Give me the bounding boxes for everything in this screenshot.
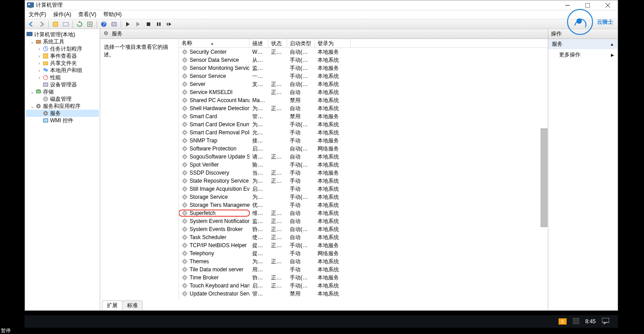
svg-point-55: [184, 124, 186, 125]
taskbar[interactable]: S 8:45: [25, 315, 618, 328]
tree-group[interactable]: ⌄服务和应用程序: [26, 103, 99, 110]
tree-item[interactable]: ›共享文件夹: [26, 60, 99, 67]
col-name[interactable]: 名称▲: [179, 39, 250, 47]
tree-item[interactable]: 服务: [26, 110, 99, 117]
clock[interactable]: 8:45: [585, 318, 596, 325]
footer-status: 暂停: [1, 327, 11, 334]
service-row[interactable]: Storage Service为存...手动(触发...本地系统: [179, 193, 548, 201]
service-row[interactable]: Security CenterWSC...正在...自动(延迟...本地服务: [179, 48, 548, 56]
svg-rect-25: [43, 83, 48, 86]
action-center[interactable]: [602, 318, 609, 325]
service-row[interactable]: Still Image Acquisition Events启动...手动本地系…: [179, 185, 548, 193]
help-button[interactable]: ?: [99, 20, 108, 28]
col-logon[interactable]: 登录为: [315, 39, 351, 47]
tree-item[interactable]: ›事件查看器: [26, 52, 99, 60]
back-button[interactable]: [27, 20, 36, 28]
service-row[interactable]: Time Broker协调...正在...手动(触发...本地服务: [179, 274, 548, 282]
tree-root[interactable]: 计算机管理(本地): [34, 31, 75, 39]
menu-file[interactable]: 文件(F): [29, 11, 46, 18]
svg-point-45: [184, 83, 186, 85]
menu-help[interactable]: 帮助(H): [103, 11, 122, 18]
service-row[interactable]: Tile Data model server用于...手动本地系统: [179, 265, 548, 274]
svg-point-85: [184, 244, 186, 246]
navigation-tree[interactable]: 计算机管理(本地) ⌄系统工具›任务计划程序›事件查看器›共享文件夹›本地用户和…: [25, 29, 100, 310]
service-row[interactable]: Software Protection启用 ...自动(延迟...网络服务: [179, 145, 548, 153]
tree-group[interactable]: ⌄系统工具: [26, 38, 99, 45]
service-row[interactable]: Smart Card Device Enumer...为给...手动(触发...…: [179, 120, 548, 128]
service-row[interactable]: Smart Card Removal Policy允许...手动本地系统: [179, 128, 548, 137]
tree-group[interactable]: ⌄存储: [26, 88, 99, 95]
play-button[interactable]: [123, 20, 132, 28]
service-row[interactable]: System Events Broker协调...正在...自动(触发...本地…: [179, 225, 548, 233]
service-row[interactable]: Update Orchestrator Service管理 ...禁用本地系统: [179, 290, 548, 298]
chevron-right-icon: ▶: [611, 53, 614, 57]
service-row[interactable]: Sensor Service一项...手动(触发...本地系统: [179, 72, 548, 80]
service-row[interactable]: Touch Keyboard and Hand...启用...正在...手动(触…: [179, 282, 548, 290]
service-row[interactable]: SSDP Discovery当发...正在...手动本地服务: [179, 169, 548, 177]
forward-button[interactable]: [37, 20, 46, 28]
svg-text:?: ?: [102, 21, 106, 27]
svg-point-91: [184, 269, 186, 270]
export-button[interactable]: [85, 20, 94, 28]
service-row[interactable]: System Event Notification S...监视...正在...…: [179, 217, 548, 225]
restart-button[interactable]: [165, 20, 174, 28]
service-row[interactable]: Task Scheduler使用...正在...自动本地系统: [179, 233, 548, 241]
col-startup[interactable]: 启动类型: [287, 39, 315, 47]
service-row[interactable]: Storage Tiers Management优化...手动本地系统: [179, 201, 548, 209]
collapse-icon[interactable]: ▲: [610, 42, 614, 47]
tb-icon-2[interactable]: [61, 20, 70, 28]
tree-item[interactable]: ›性能: [26, 74, 99, 81]
service-row[interactable]: Telephony提供...手动网络服务: [179, 249, 548, 257]
center-pane: 服务 选择一个项目来查看它的描述。 名称▲ 描述 状态 启动类型 登录为 Sec…: [100, 29, 548, 310]
menubar: 文件(F) 操作(A) 查看(V) 帮助(H): [25, 10, 618, 19]
service-row[interactable]: SogouSoftware Update Ser...请确...正在...自动本…: [179, 153, 548, 161]
service-row[interactable]: TCP/IP NetBIOS Helper提供 ...正在...手动(触发...…: [179, 241, 548, 249]
services-list[interactable]: 名称▲ 描述 状态 启动类型 登录为 Security CenterWSC...…: [179, 39, 548, 300]
tree-item[interactable]: ›任务计划程序: [26, 45, 99, 52]
service-row[interactable]: Shell Hardware Detection为自...正在...自动本地系统: [179, 104, 548, 112]
menu-action[interactable]: 操作(A): [53, 11, 71, 18]
center-title: 服务: [112, 30, 123, 38]
list-header[interactable]: 名称▲ 描述 状态 启动类型 登录为: [179, 39, 548, 48]
maximize-button[interactable]: [577, 0, 597, 10]
service-row[interactable]: SNMP Trap接收...手动本地服务: [179, 137, 548, 145]
tab-extended[interactable]: 扩展: [102, 300, 123, 310]
tb-icon-1[interactable]: [51, 20, 60, 28]
tray-icon[interactable]: [573, 318, 579, 325]
pause-button[interactable]: [154, 20, 163, 28]
toolbar: ?: [25, 19, 618, 29]
service-row[interactable]: Service KMSELDI正在...自动本地系统: [179, 88, 548, 96]
ime-indicator[interactable]: S: [559, 318, 567, 325]
tree-item[interactable]: WMI 控件: [26, 117, 99, 124]
titlebar[interactable]: 计算机管理: [25, 0, 618, 10]
svg-rect-18: [36, 40, 41, 43]
tree-item[interactable]: 设备管理器: [26, 81, 99, 88]
service-row[interactable]: Themes为用...正在...自动本地系统: [179, 257, 548, 265]
col-status[interactable]: 状态: [268, 39, 287, 47]
service-row[interactable]: Smart Card管理...禁用本地服务: [179, 112, 548, 120]
stop-button[interactable]: [144, 20, 153, 28]
tree-item[interactable]: ›本地用户和组: [26, 67, 99, 74]
tab-standard[interactable]: 标准: [122, 300, 143, 310]
service-row[interactable]: Shared PC Account ManagerMan...禁用本地系统: [179, 96, 548, 104]
svg-rect-21: [43, 62, 48, 65]
close-button[interactable]: [597, 0, 618, 10]
col-desc[interactable]: 描述: [250, 39, 268, 47]
service-row[interactable]: Spot Verifier验证...手动(触发...本地系统: [179, 161, 548, 169]
minimize-button[interactable]: [557, 0, 577, 10]
scrollbar-thumb[interactable]: [541, 128, 547, 227]
svg-rect-101: [602, 318, 609, 322]
tree-item[interactable]: 磁盘管理: [26, 95, 99, 103]
service-row[interactable]: Server支持...正在...自动(触发...本地系统: [179, 80, 548, 88]
svg-point-51: [184, 107, 186, 109]
play-button-2[interactable]: [134, 20, 143, 28]
refresh-button[interactable]: [75, 20, 84, 28]
service-row[interactable]: Superfetch维护...正在...自动本地系统: [179, 209, 548, 217]
svg-rect-12: [112, 22, 116, 26]
more-actions[interactable]: 更多操作 ▶: [548, 49, 618, 60]
service-row[interactable]: State Repository Service为应...正在...手动本地系统: [179, 177, 548, 185]
tb-icon-3[interactable]: [110, 20, 119, 28]
service-row[interactable]: Sensor Data Service从各...手动(触发...本地系统: [179, 56, 548, 64]
menu-view[interactable]: 查看(V): [78, 11, 96, 18]
service-row[interactable]: Sensor Monitoring Service监视...手动(触发...本地…: [179, 64, 548, 72]
